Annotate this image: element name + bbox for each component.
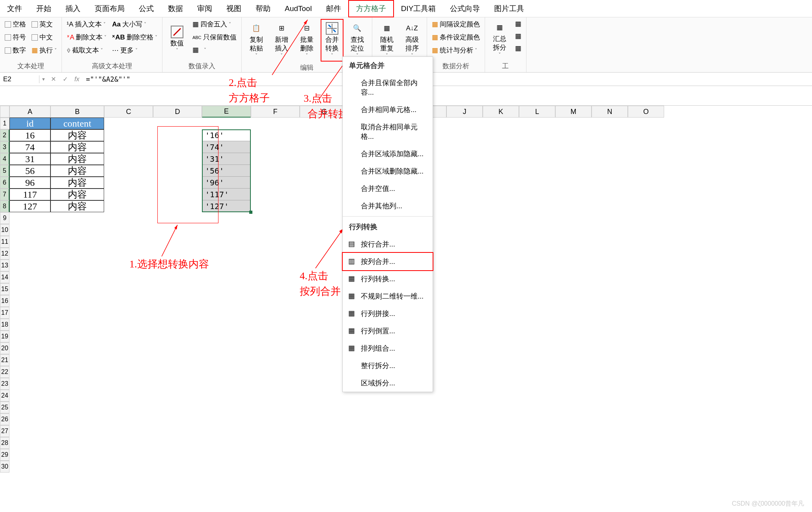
dd-merge-other-col[interactable]: 合并其他列... xyxy=(343,197,433,215)
fill-handle[interactable] xyxy=(249,211,252,214)
menu-review[interactable]: 审阅 xyxy=(190,0,219,17)
formula-fx[interactable]: fx xyxy=(71,76,83,83)
row-header-14[interactable]: 14 xyxy=(0,271,9,283)
row-header-19[interactable]: 19 xyxy=(0,331,9,342)
btn-case[interactable]: Aa大小写 xyxy=(110,19,159,30)
row-header-26[interactable]: 26 xyxy=(0,413,9,425)
menu-view[interactable]: 视图 xyxy=(219,0,248,17)
row-header-17[interactable]: 17 xyxy=(0,307,9,319)
cell-A7[interactable]: 117 xyxy=(9,189,50,200)
btn-round[interactable]: ▦四舍五入 xyxy=(191,19,238,30)
dd-rowcol-convert[interactable]: ▦行列转换... xyxy=(343,270,433,288)
btn-number-big[interactable]: 数值 xyxy=(166,19,189,60)
btn-cond-color[interactable]: ▦条件设定颜色 xyxy=(430,32,482,43)
dd-unmerge-same[interactable]: 取消合并相同单元格... xyxy=(343,118,433,145)
row-header-11[interactable]: 11 xyxy=(0,236,9,248)
col-header-J[interactable]: J xyxy=(446,106,483,118)
btn-interval-color[interactable]: ▦间隔设定颜色 xyxy=(430,19,482,30)
chk-chinese[interactable]: 中文 xyxy=(30,32,58,43)
row-header-2[interactable]: 2 xyxy=(0,129,9,141)
col-header-C[interactable]: C xyxy=(104,106,153,118)
cell-E8[interactable]: '127' xyxy=(202,200,251,212)
cell-B5[interactable]: 内容 xyxy=(50,165,104,177)
col-header-N[interactable]: N xyxy=(592,106,628,118)
row-header-12[interactable]: 12 xyxy=(0,248,9,260)
cell-A3[interactable]: 74 xyxy=(9,141,50,153)
row-header-28[interactable]: 28 xyxy=(0,437,9,449)
chk-number[interactable]: 数字 xyxy=(3,45,28,56)
row-header-24[interactable]: 24 xyxy=(0,390,9,402)
btn-adv-sort[interactable]: A↓Z高级排序 xyxy=(401,19,424,61)
btn-insert-new[interactable]: ⊞新增插入 xyxy=(270,19,293,62)
menu-formula-guide[interactable]: 公式向导 xyxy=(443,0,487,17)
chk-symbol[interactable]: 符号 xyxy=(3,32,28,43)
row-header-10[interactable]: 10 xyxy=(0,224,9,236)
menu-formulas[interactable]: 公式 xyxy=(132,0,161,17)
row-header-22[interactable]: 22 xyxy=(0,366,9,378)
cell-A1[interactable]: id xyxy=(9,118,50,129)
btn-execute[interactable]: ▦执行 xyxy=(30,45,58,56)
dd-rowcol-concat[interactable]: ▦行列拼接... xyxy=(343,305,433,322)
btn-x1[interactable]: ▦ xyxy=(513,19,523,29)
cell-B4[interactable]: 内容 xyxy=(50,153,104,165)
cell-E7[interactable]: '117' xyxy=(202,189,251,200)
row-header-7[interactable]: 7 xyxy=(0,189,9,200)
cell-B6[interactable]: 内容 xyxy=(50,177,104,189)
row-header-9[interactable]: 9 xyxy=(0,212,9,224)
col-header-A[interactable]: A xyxy=(9,106,50,118)
menu-diy[interactable]: DIY工具箱 xyxy=(394,0,443,17)
cell-E6[interactable]: '96' xyxy=(202,177,251,189)
row-header-23[interactable]: 23 xyxy=(0,378,9,390)
row-header-5[interactable]: 5 xyxy=(0,165,9,177)
cell-E3[interactable]: '74' xyxy=(202,141,251,153)
dd-merge-by-col[interactable]: ▥按列合并... xyxy=(342,252,433,271)
row-header-18[interactable]: 18 xyxy=(0,319,9,331)
cell-B2[interactable]: 内容 xyxy=(50,129,104,141)
col-header-O[interactable]: O xyxy=(628,106,664,118)
dd-permutation[interactable]: ▦排列组合... xyxy=(343,340,433,357)
col-header-G[interactable]: G xyxy=(300,106,349,118)
cell-A2[interactable]: 16 xyxy=(9,129,50,141)
btn-merge-convert[interactable]: 合并转换 xyxy=(321,19,343,62)
row-header-27[interactable]: 27 xyxy=(0,425,9,437)
row-header-16[interactable]: 16 xyxy=(0,295,9,307)
row-header-20[interactable]: 20 xyxy=(0,342,9,354)
row-header-29[interactable]: 29 xyxy=(0,449,9,461)
menu-audtool[interactable]: AudTool xyxy=(278,0,319,17)
menu-fangfang[interactable]: 方方格子 xyxy=(348,0,394,17)
dd-merge-add-hidden[interactable]: 合并区域添加隐藏... xyxy=(343,145,433,163)
btn-insert-text[interactable]: ¹A插入文本 xyxy=(65,19,108,30)
cell-B1[interactable]: content xyxy=(50,118,104,129)
btn-cut-text[interactable]: ⎀截取文本 xyxy=(65,45,108,56)
cell-B3[interactable]: 内容 xyxy=(50,141,104,153)
col-header-K[interactable]: K xyxy=(483,106,519,118)
cell-A5[interactable]: 56 xyxy=(9,165,50,177)
menu-home[interactable]: 开始 xyxy=(29,0,58,17)
col-header-B[interactable]: B xyxy=(50,106,104,118)
menu-data[interactable]: 数据 xyxy=(161,0,190,17)
row-header-15[interactable]: 15 xyxy=(0,283,9,295)
dd-merge-keep-all[interactable]: 合并且保留全部内容... xyxy=(343,74,433,101)
row-header-8[interactable]: 8 xyxy=(0,200,9,212)
chk-space[interactable]: 空格 xyxy=(3,19,28,30)
col-header-L[interactable]: L xyxy=(519,106,555,118)
dd-2d-to-1d[interactable]: ▦不规则二维转一维... xyxy=(343,288,433,305)
btn-keep-number[interactable]: ABC只保留数值 xyxy=(191,32,238,43)
cell-B7[interactable]: 内容 xyxy=(50,189,104,200)
name-box[interactable]: E2 xyxy=(0,75,39,83)
row-header-30[interactable]: 30 xyxy=(0,461,9,473)
menu-insert[interactable]: 插入 xyxy=(58,0,88,17)
dd-merge-by-row[interactable]: ▤按行合并... xyxy=(343,235,433,253)
btn-x3[interactable]: ▦ xyxy=(513,43,523,53)
row-header-6[interactable]: 6 xyxy=(0,177,9,189)
btn-x2[interactable]: ▦ xyxy=(513,31,523,41)
btn-delete-space[interactable]: ˣAB删除空格 xyxy=(110,32,159,43)
row-header-25[interactable]: 25 xyxy=(0,402,9,413)
cell-A8[interactable]: 127 xyxy=(9,200,50,212)
dd-merge-del-hidden[interactable]: 合并区域删除隐藏... xyxy=(343,163,433,180)
cell-A4[interactable]: 31 xyxy=(9,153,50,165)
dd-merge-empty[interactable]: 合并空值... xyxy=(343,180,433,197)
btn-stats[interactable]: ▦统计与分析 xyxy=(430,45,482,56)
btn-summary[interactable]: ▦汇总拆分 xyxy=(488,19,511,60)
menu-image-tools[interactable]: 图片工具 xyxy=(487,0,531,17)
